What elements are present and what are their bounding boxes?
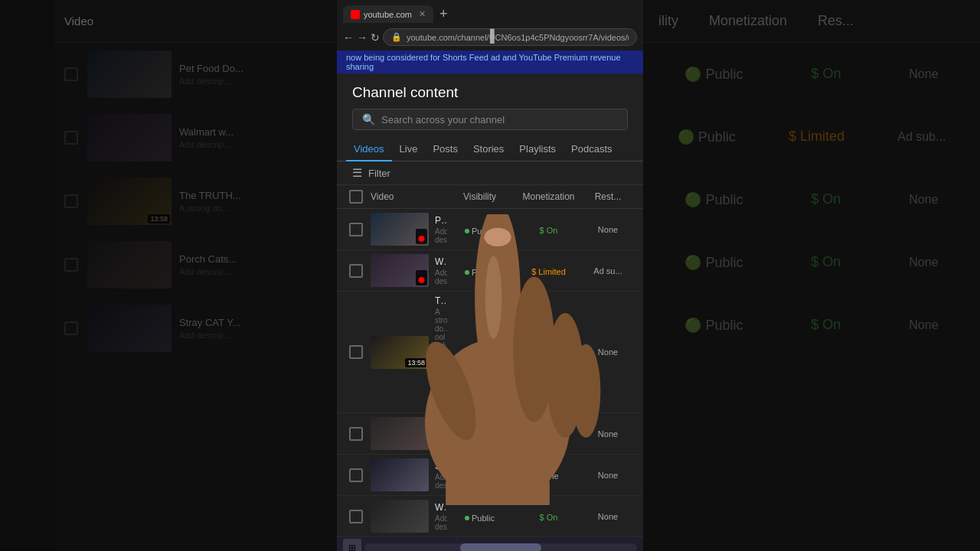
add-tab-button[interactable]: + bbox=[435, 5, 452, 24]
row-4-desc: Add description bbox=[435, 432, 447, 448]
address-input[interactable] bbox=[407, 33, 629, 42]
right-overlay bbox=[642, 0, 980, 551]
row-4-vis-text: Public bbox=[472, 431, 495, 440]
row-1-vis-badge: Public bbox=[465, 227, 495, 236]
row-4-thumb bbox=[371, 417, 429, 450]
row-6-vis-text: Public bbox=[472, 514, 495, 523]
row-3-duration: 13:58 bbox=[405, 358, 427, 367]
taskbar-scroll-thumb bbox=[460, 543, 542, 551]
table-row[interactable]: ⬤ Walmart with ALL SELF CHECKOUT R... Ad… bbox=[337, 250, 643, 292]
row-4-title: Porch Cats wat... bbox=[435, 419, 447, 430]
row-3-mon-badge: $ On bbox=[540, 348, 558, 357]
row-5-info: Stray CAT Wort La... Add description bbox=[435, 461, 447, 490]
tab-live[interactable]: Live bbox=[392, 138, 426, 161]
table-row[interactable]: 13:58 The TRUTH A... A strong do... ool … bbox=[337, 292, 643, 413]
header-checkbox[interactable] bbox=[349, 190, 363, 204]
refresh-button[interactable]: ↻ bbox=[371, 31, 380, 44]
tab-stories[interactable]: Stories bbox=[466, 138, 511, 161]
row-1-rec-icon: ⬤ bbox=[416, 229, 427, 244]
taskbar-scrollbar[interactable] bbox=[364, 543, 637, 551]
row-5-desc: Add description bbox=[435, 473, 447, 490]
row-4-monetization: $ On bbox=[512, 427, 585, 441]
row-1-restrictions: None bbox=[585, 225, 631, 234]
table-row[interactable]: Stray CAT Wort La... Add description Pub… bbox=[337, 455, 643, 496]
row-2-vis-dot bbox=[465, 270, 469, 275]
row-4-mon-text: On bbox=[547, 430, 558, 439]
row-5-vis-badge: Public bbox=[465, 472, 495, 481]
forward-button[interactable]: → bbox=[357, 31, 368, 44]
lock-icon: 🔒 bbox=[391, 32, 402, 42]
panel-title: Channel content bbox=[337, 73, 643, 106]
search-box[interactable]: 🔍 Search across your channel bbox=[352, 109, 628, 130]
tab-podcasts[interactable]: Podcasts bbox=[564, 138, 619, 161]
table-row[interactable]: Porch Cats wat... Add description Public… bbox=[337, 413, 643, 455]
tab-posts[interactable]: Posts bbox=[425, 138, 466, 161]
row-1-visibility: Public bbox=[447, 223, 512, 236]
row-3-vis-badge: Public bbox=[465, 349, 495, 358]
row-5-thumb bbox=[371, 458, 429, 491]
row-2-mon-dollar: $ bbox=[531, 267, 536, 276]
row-1-vis-dot bbox=[465, 229, 469, 233]
table-row[interactable]: ⬤ Pet Food Donations Received to the P..… bbox=[337, 209, 643, 250]
row-1-monetization: $ On bbox=[512, 223, 585, 236]
row-4-mon-dollar: $ bbox=[540, 430, 544, 439]
row-3-vis-text: Public bbox=[472, 349, 495, 358]
row-4-info: Porch Cats wat... Add description bbox=[435, 419, 447, 448]
row-3-checkbox[interactable] bbox=[349, 345, 363, 359]
row-6-title: When The Cats WONT T... bbox=[435, 502, 447, 513]
row-6-vis-badge: Public bbox=[465, 514, 495, 523]
row-6-mon-dollar: $ bbox=[540, 513, 544, 522]
panel-search-container: 🔍 Search across your channel bbox=[337, 106, 643, 138]
row-6-visibility: Public bbox=[447, 510, 512, 523]
address-input-container[interactable]: 🔒 bbox=[383, 28, 637, 46]
row-2-checkbox[interactable] bbox=[349, 264, 363, 278]
row-5-vis-text: Public bbox=[472, 472, 495, 481]
row-3-mon-text: On bbox=[547, 348, 558, 357]
row-1-info: Pet Food Donations Received to the P... … bbox=[435, 215, 447, 244]
row-2-title: Walmart with ALL SELF CHECKOUT R... bbox=[435, 256, 447, 267]
row-4-visibility: Public bbox=[447, 427, 512, 441]
row-4-checkbox[interactable] bbox=[349, 427, 363, 441]
filter-icon: ☰ bbox=[352, 166, 362, 180]
tab-label: youtube.com bbox=[364, 10, 412, 19]
browser-info-bar: now being considered for Shorts Feed ad … bbox=[337, 51, 643, 73]
browser-tab-active[interactable]: youtube.com ✕ bbox=[343, 5, 433, 23]
row-2-monetization: $ Limited bbox=[512, 264, 585, 278]
row-6-mon-badge: $ On bbox=[540, 513, 558, 522]
row-3-thumb: 13:58 bbox=[371, 336, 429, 369]
row-6-mon-text: On bbox=[547, 513, 558, 522]
taskbar-icon-1: ⊞ bbox=[343, 539, 361, 551]
row-1-checkbox[interactable] bbox=[349, 223, 363, 236]
row-6-checkbox[interactable] bbox=[349, 510, 363, 523]
tab-playlists[interactable]: Playlists bbox=[511, 138, 564, 161]
search-placeholder-text: Search across your channel bbox=[381, 114, 505, 126]
row-5-checkbox[interactable] bbox=[349, 468, 363, 482]
channel-content-panel: Channel content 🔍 Search across your cha… bbox=[337, 73, 643, 551]
row-6-vis-dot bbox=[465, 516, 469, 520]
tab-favicon bbox=[351, 10, 360, 19]
row-5-title: Stray CAT Wort La... bbox=[435, 461, 447, 471]
table-row[interactable]: When The Cats WONT T... Add description … bbox=[337, 496, 643, 537]
row-6-desc: Add description bbox=[435, 514, 447, 531]
row-3-info: The TRUTH A... A strong do... ool Educ..… bbox=[435, 295, 447, 409]
row-1-desc: Add description bbox=[435, 227, 447, 244]
th-video: Video bbox=[371, 191, 447, 202]
row-2-desc: Add description bbox=[435, 269, 447, 285]
th-restrictions: Rest... bbox=[585, 191, 631, 202]
tab-videos[interactable]: Videos bbox=[346, 138, 392, 161]
row-1-vis-text: Public bbox=[472, 227, 495, 236]
row-2-vis-text: Public bbox=[472, 268, 495, 277]
th-visibility: Visibility bbox=[447, 191, 512, 202]
row-2-visibility: Public bbox=[447, 264, 512, 278]
row-6-monetization: $ On bbox=[512, 510, 585, 523]
tab-close-icon[interactable]: ✕ bbox=[419, 9, 426, 19]
row-4-mon-badge: $ On bbox=[540, 430, 558, 439]
back-button[interactable]: ← bbox=[343, 31, 354, 44]
row-2-mon-badge: $ Limited bbox=[531, 267, 566, 276]
row-4-restrictions: None bbox=[585, 429, 631, 439]
content-tabs: Videos Live Posts Stories Playlists Podc… bbox=[337, 138, 643, 161]
row-2-restrictions: Ad su... bbox=[585, 266, 631, 276]
row-2-vis-badge: Public bbox=[465, 268, 495, 277]
row-6-info: When The Cats WONT T... Add description bbox=[435, 502, 447, 531]
row-5-monetization: None bbox=[512, 468, 585, 482]
